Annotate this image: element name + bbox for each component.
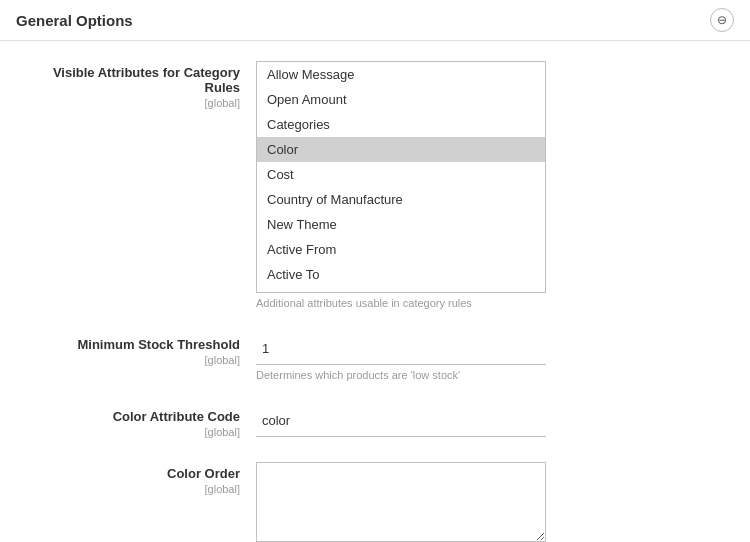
min-stock-input[interactable] [256,333,546,365]
visible-attributes-control-col: Allow MessageOpen AmountCategoriesColorC… [256,61,716,309]
min-stock-scope: [global] [16,354,240,366]
min-stock-label: Minimum Stock Threshold [16,337,240,352]
visible-attributes-scope: [global] [16,97,240,109]
section-title: General Options [16,12,133,29]
visible-attributes-label-col: Visible Attributes for Category Rules [g… [16,61,256,109]
listbox-container: Allow MessageOpen AmountCategoriesColorC… [256,61,546,293]
min-stock-label-col: Minimum Stock Threshold [global] [16,333,256,366]
page-container: General Options ⊖ Visible Attributes for… [0,0,750,542]
color-attribute-code-label-col: Color Attribute Code [global] [16,405,256,438]
color-attribute-code-input[interactable] [256,405,546,437]
color-attribute-code-scope: [global] [16,426,240,438]
color-attribute-code-control-col [256,405,716,437]
visible-attributes-row: Visible Attributes for Category Rules [g… [16,61,734,309]
visible-attributes-listbox[interactable]: Allow MessageOpen AmountCategoriesColorC… [257,62,545,292]
color-order-label-col: Color Order [global] [16,462,256,495]
min-stock-row: Minimum Stock Threshold [global] Determi… [16,333,734,381]
min-stock-control-col: Determines which products are 'low stock… [256,333,716,381]
color-order-row: Color Order [global] Each color being on… [16,462,734,542]
visible-attributes-note: Additional attributes usable in category… [256,297,716,309]
color-order-textarea[interactable] [256,462,546,542]
color-order-scope: [global] [16,483,240,495]
color-order-control-col: Each color being on a separate row. [256,462,716,542]
visible-attributes-label: Visible Attributes for Category Rules [16,65,240,95]
color-order-label: Color Order [16,466,240,481]
min-stock-note: Determines which products are 'low stock… [256,369,716,381]
form-body: Visible Attributes for Category Rules [g… [0,41,750,542]
color-attribute-code-row: Color Attribute Code [global] [16,405,734,438]
color-attribute-code-label: Color Attribute Code [16,409,240,424]
collapse-button[interactable]: ⊖ [710,8,734,32]
section-header: General Options ⊖ [0,0,750,41]
collapse-icon: ⊖ [717,13,727,27]
